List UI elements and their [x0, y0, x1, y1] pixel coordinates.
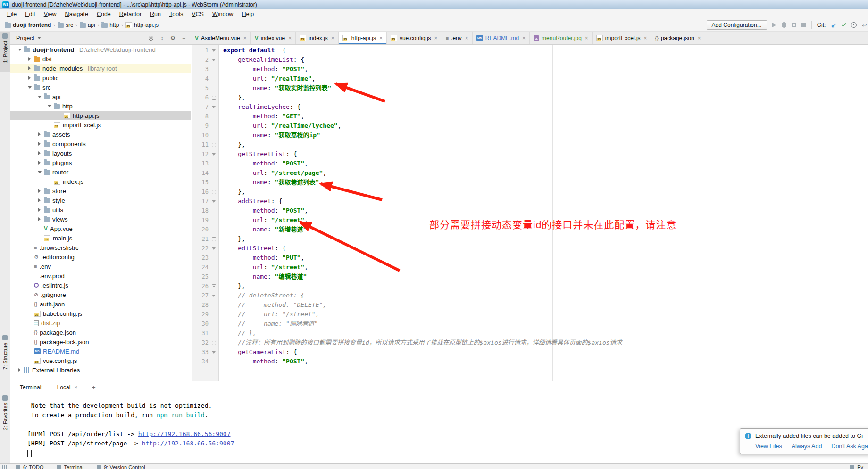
tree-row-.eslintrc.js[interactable]: .eslintrc.js	[10, 280, 191, 290]
menu-view[interactable]: View	[40, 9, 61, 19]
terminal-tab-close-icon[interactable]: ×	[74, 384, 77, 391]
tab-close-icon[interactable]: ×	[465, 35, 468, 41]
fold-icon[interactable]	[212, 106, 216, 108]
locate-file-icon[interactable]	[149, 36, 153, 41]
tab-close-icon[interactable]: ×	[379, 35, 383, 41]
new-terminal-icon[interactable]: +	[92, 384, 95, 391]
fold-icon[interactable]	[212, 59, 216, 61]
chevron-collapsed-icon[interactable]	[38, 198, 41, 202]
chevron-collapsed-icon[interactable]	[38, 142, 41, 146]
tree-row-readme.md[interactable]: MDREADME.md	[10, 346, 191, 356]
tree-row-vue.config.js[interactable]: JSvue.config.js	[10, 356, 191, 365]
menu-vcs[interactable]: VCS	[187, 9, 208, 19]
chevron-collapsed-icon[interactable]	[38, 151, 41, 155]
tab-importexcel.js[interactable]: JSimportExcel.js×	[593, 32, 651, 44]
tab-vue.config.js[interactable]: JSvue.config.js×	[387, 32, 442, 44]
collapse-all-icon[interactable]: ↕	[158, 35, 166, 41]
tree-row-assets[interactable]: assets	[10, 130, 191, 139]
chevron-collapsed-icon[interactable]	[38, 189, 41, 193]
tree-row-babel.config.js[interactable]: JSbabel.config.js	[10, 309, 191, 318]
tab-close-icon[interactable]: ×	[243, 35, 247, 41]
tree-row-public[interactable]: public	[10, 73, 191, 82]
tree-row-auth.json[interactable]: {}auth.json	[10, 299, 191, 309]
tree-row-.gitignore[interactable]: ⊘.gitignore	[10, 290, 191, 299]
chevron-collapsed-icon[interactable]	[38, 217, 41, 221]
chevron-expanded-icon[interactable]	[38, 171, 42, 173]
tab-close-icon[interactable]: ×	[585, 35, 588, 41]
coverage-icon[interactable]	[792, 23, 796, 27]
stop-icon[interactable]	[801, 23, 806, 27]
history-icon[interactable]	[851, 22, 857, 28]
stripe-tab-project[interactable]: 1: Project	[0, 32, 10, 72]
menu-file[interactable]: File	[3, 9, 21, 19]
add-configuration-button[interactable]: Add Configuration...	[707, 20, 767, 30]
tree-row-components[interactable]: components	[10, 139, 191, 148]
tab-close-icon[interactable]: ×	[698, 35, 701, 41]
tab-menurouter.jpg[interactable]: menuRouter.jpg×	[530, 32, 593, 44]
breadcrumb-duoji-frontend[interactable]: duoji-frontend	[5, 22, 51, 28]
statusbar-grid-icon[interactable]	[2, 465, 7, 469]
tree-row-http[interactable]: http	[10, 101, 191, 111]
breadcrumb-http-api.js[interactable]: JShttp-api.js	[125, 22, 159, 28]
fold-icon[interactable]	[212, 237, 216, 241]
tree-row-package-lock.json[interactable]: {}package-lock.json	[10, 337, 191, 346]
chevron-collapsed-icon[interactable]	[38, 161, 41, 165]
menu-tools[interactable]: Tools	[165, 9, 187, 19]
git-update-icon[interactable]: ↙	[831, 22, 836, 28]
chevron-expanded-icon[interactable]	[28, 86, 32, 89]
breadcrumb-src[interactable]: src	[58, 22, 73, 28]
tree-row-importexcel.js[interactable]: JSimportExcel.js	[10, 120, 191, 130]
tab-.env[interactable]: ≡.env×	[442, 32, 473, 44]
notification-action-don-t-ask-agai[interactable]: Don't Ask Agai	[831, 443, 868, 450]
tab-package.json[interactable]: {}package.json×	[651, 32, 705, 44]
run-icon[interactable]	[772, 23, 776, 27]
tab-close-icon[interactable]: ×	[644, 35, 647, 41]
menu-refactor[interactable]: Refactor	[115, 9, 146, 19]
terminal-link[interactable]: http://192.168.66.56:9007	[138, 430, 231, 437]
chevron-down-icon[interactable]	[37, 37, 41, 39]
statusbar-6-todo[interactable]: 6: TODO	[16, 464, 44, 469]
menu-window[interactable]: Window	[208, 9, 237, 19]
chevron-collapsed-icon[interactable]	[38, 132, 41, 136]
project-panel-title[interactable]: Project	[16, 35, 34, 41]
statusbar-terminal[interactable]: Terminal	[57, 464, 84, 469]
stripe-tab-structure[interactable]: 7: Structure	[0, 333, 10, 380]
fold-icon[interactable]	[212, 247, 216, 250]
tree-row-router[interactable]: router	[10, 167, 191, 177]
menu-run[interactable]: Run	[146, 9, 165, 19]
chevron-collapsed-icon[interactable]	[38, 208, 41, 212]
tree-row-main.js[interactable]: JSmain.js	[10, 233, 191, 243]
tree-row-node-modules[interactable]: node_moduleslibrary root	[10, 64, 191, 73]
tab-index.vue[interactable]: Vindex.vue×	[251, 32, 296, 44]
chevron-collapsed-icon[interactable]	[28, 66, 31, 70]
chevron-expanded-icon[interactable]	[38, 96, 42, 98]
menu-code[interactable]: Code	[92, 9, 115, 19]
tree-row-external-libraries[interactable]: External Libraries	[10, 365, 191, 375]
statusbar-9-version-control[interactable]: 9: Version Control	[97, 464, 145, 469]
tree-row-app.vue[interactable]: VApp.vue	[10, 224, 191, 233]
notification-action-always-add[interactable]: Always Add	[792, 443, 822, 450]
breadcrumb-api[interactable]: api	[80, 22, 95, 28]
chevron-collapsed-icon[interactable]	[28, 76, 31, 80]
tree-row-.browserslistrc[interactable]: ≡.browserslistrc	[10, 243, 191, 252]
statusbar-event-log[interactable]: Ev	[850, 464, 868, 469]
tab-close-icon[interactable]: ×	[288, 35, 292, 41]
fold-icon[interactable]	[212, 341, 216, 345]
tree-row-src[interactable]: src	[10, 82, 191, 92]
tree-row-layouts[interactable]: layouts	[10, 148, 191, 158]
chevron-collapsed-icon[interactable]	[28, 57, 31, 61]
menu-help[interactable]: Help	[237, 9, 258, 19]
tab-http-api.js[interactable]: JShttp-api.js×	[339, 32, 387, 44]
fold-icon[interactable]	[212, 153, 216, 156]
menu-edit[interactable]: Edit	[21, 9, 40, 19]
tree-row-style[interactable]: style	[10, 196, 191, 205]
rollback-icon[interactable]: ↩	[862, 22, 867, 29]
tab-close-icon[interactable]: ×	[522, 35, 526, 41]
fold-icon[interactable]	[212, 143, 216, 147]
fold-icon[interactable]	[212, 49, 216, 52]
tree-row-dist.zip[interactable]: dist.zip	[10, 318, 191, 328]
fold-icon[interactable]	[212, 284, 216, 288]
terminal-link[interactable]: http://192.168.66.56:9007	[142, 440, 234, 447]
tree-row-package.json[interactable]: {}package.json	[10, 328, 191, 337]
tree-row-store[interactable]: store	[10, 186, 191, 196]
